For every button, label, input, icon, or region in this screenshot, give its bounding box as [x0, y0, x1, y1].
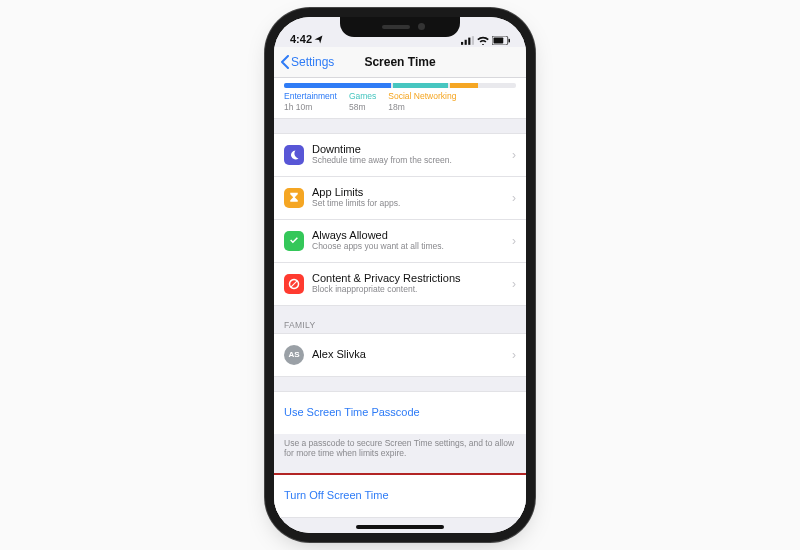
use-passcode-label: Use Screen Time Passcode: [284, 406, 516, 419]
category-label: Games: [349, 92, 376, 101]
usage-categories: Entertainment1h 10mGames58mSocial Networ…: [284, 92, 516, 112]
notch: [340, 17, 460, 37]
option-title: Downtime: [312, 143, 508, 156]
option-subtitle: Block inappropriate content.: [312, 285, 508, 295]
svg-rect-5: [494, 38, 504, 44]
usage-bar: [284, 83, 516, 88]
option-title: Always Allowed: [312, 229, 508, 242]
usage-segment: [284, 83, 391, 88]
category-label: Entertainment: [284, 92, 337, 101]
usage-segment: [450, 83, 478, 88]
turn-off-group: Turn Off Screen Time: [274, 473, 526, 518]
check-icon: [284, 231, 304, 251]
usage-segment: [393, 83, 449, 88]
svg-rect-6: [509, 39, 511, 43]
family-group: FAMILY ASAlex Slivka›: [274, 320, 526, 377]
location-icon: [314, 35, 323, 44]
svg-rect-3: [472, 36, 474, 45]
option-subtitle: Set time limits for apps.: [312, 199, 508, 209]
category-label: Social Networking: [388, 92, 456, 101]
svg-rect-2: [468, 38, 470, 45]
category-value: 58m: [349, 102, 376, 112]
navigation-bar: Settings Screen Time: [274, 47, 526, 78]
options-group: DowntimeSchedule time away from the scre…: [274, 133, 526, 306]
family-member-row[interactable]: ASAlex Slivka›: [274, 333, 526, 377]
avatar: AS: [284, 345, 304, 365]
screen: 4:42 Settings Screen Time: [274, 17, 526, 533]
usage-category: Social Networking18m: [388, 92, 456, 112]
moon-icon: [284, 145, 304, 165]
chevron-right-icon: ›: [512, 348, 516, 362]
option-subtitle: Choose apps you want at all times.: [312, 242, 508, 252]
passcode-group: Use Screen Time Passcode Use a passcode …: [274, 391, 526, 459]
passcode-caption: Use a passcode to secure Screen Time set…: [274, 434, 526, 459]
content-scroll[interactable]: Entertainment1h 10mGames58mSocial Networ…: [274, 78, 526, 533]
category-value: 18m: [388, 102, 456, 112]
chevron-right-icon: ›: [512, 277, 516, 291]
usage-category: Games58m: [349, 92, 376, 112]
family-member-name: Alex Slivka: [312, 348, 508, 361]
option-subtitle: Schedule time away from the screen.: [312, 156, 508, 166]
category-value: 1h 10m: [284, 102, 337, 112]
option-row-always-allowed[interactable]: Always AllowedChoose apps you want at al…: [274, 219, 526, 262]
back-label: Settings: [291, 55, 334, 69]
chevron-right-icon: ›: [512, 148, 516, 162]
back-button[interactable]: Settings: [280, 55, 334, 69]
chevron-right-icon: ›: [512, 191, 516, 205]
option-row-downtime[interactable]: DowntimeSchedule time away from the scre…: [274, 133, 526, 176]
home-indicator[interactable]: [356, 525, 444, 529]
svg-rect-1: [465, 40, 467, 45]
page-title: Screen Time: [364, 55, 435, 69]
option-title: App Limits: [312, 186, 508, 199]
option-row-content-privacy-restrictions[interactable]: Content & Privacy RestrictionsBlock inap…: [274, 262, 526, 306]
turn-off-screen-time-row[interactable]: Turn Off Screen Time: [274, 473, 526, 518]
status-time: 4:42: [290, 33, 312, 45]
option-title: Content & Privacy Restrictions: [312, 272, 508, 285]
hourglass-icon: [284, 188, 304, 208]
chevron-right-icon: ›: [512, 234, 516, 248]
use-passcode-row[interactable]: Use Screen Time Passcode: [274, 391, 526, 434]
usage-category: Entertainment1h 10m: [284, 92, 337, 112]
wifi-icon: [477, 36, 489, 45]
turn-off-label: Turn Off Screen Time: [284, 489, 516, 502]
battery-icon: [492, 36, 510, 45]
usage-summary[interactable]: Entertainment1h 10mGames58mSocial Networ…: [274, 78, 526, 119]
iphone-frame: 4:42 Settings Screen Time: [274, 17, 526, 533]
svg-rect-0: [461, 42, 463, 45]
option-row-app-limits[interactable]: App LimitsSet time limits for apps.›: [274, 176, 526, 219]
cell-signal-icon: [461, 36, 474, 45]
nosign-icon: [284, 274, 304, 294]
family-header: FAMILY: [274, 320, 526, 333]
chevron-back-icon: [280, 55, 290, 69]
